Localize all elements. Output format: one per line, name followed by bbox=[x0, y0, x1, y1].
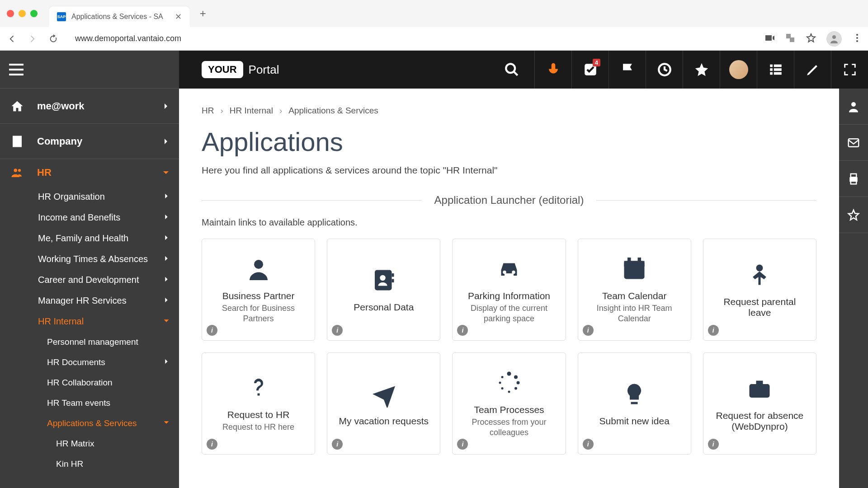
pencil-icon bbox=[805, 62, 821, 77]
breadcrumb-item[interactable]: HR bbox=[202, 106, 214, 116]
right-sidebar bbox=[839, 89, 868, 488]
menu-dots-icon[interactable] bbox=[852, 33, 863, 45]
chevron-down-icon bbox=[163, 316, 170, 327]
sidebar-item-hr-matrix[interactable]: HR Matrix bbox=[0, 433, 179, 454]
fullscreen-button[interactable] bbox=[831, 51, 868, 89]
profile-avatar-icon[interactable] bbox=[826, 31, 842, 47]
info-icon[interactable]: i bbox=[708, 439, 719, 450]
microphone-icon bbox=[546, 62, 561, 77]
bookmark-button[interactable] bbox=[839, 197, 868, 233]
tasks-button[interactable]: 4 bbox=[571, 51, 609, 89]
svg-point-29 bbox=[514, 375, 518, 379]
calendar-icon bbox=[621, 255, 648, 284]
section-description: Maintain links to available applications… bbox=[202, 217, 816, 228]
bookmark-star-icon[interactable] bbox=[806, 33, 816, 45]
app-card-personal-data[interactable]: Personal Data i bbox=[327, 239, 440, 341]
new-tab-button[interactable]: + bbox=[200, 7, 206, 20]
close-window-button[interactable] bbox=[7, 10, 14, 17]
sidebar-item-career-development[interactable]: Career and Development bbox=[0, 269, 179, 290]
info-icon[interactable]: i bbox=[207, 325, 217, 336]
back-button[interactable] bbox=[5, 33, 18, 45]
info-icon[interactable]: i bbox=[207, 439, 217, 450]
search-button[interactable] bbox=[489, 51, 534, 89]
list-view-button[interactable] bbox=[757, 51, 794, 89]
sidebar-item-company[interactable]: Company bbox=[0, 124, 179, 159]
info-icon[interactable]: i bbox=[583, 439, 594, 450]
sidebar-item-kin-hr[interactable]: Kin HR bbox=[0, 454, 179, 474]
home-icon bbox=[9, 99, 25, 113]
app-card-request-parental-leave[interactable]: Request parental leave i bbox=[703, 239, 816, 341]
sidebar-item-hr-documents[interactable]: HR Documents bbox=[0, 352, 179, 372]
person-icon bbox=[245, 255, 272, 284]
app-card-business-partner[interactable]: Business Partner Search for Business Par… bbox=[202, 239, 315, 341]
chevron-down-icon bbox=[162, 169, 170, 177]
maximize-window-button[interactable] bbox=[30, 10, 38, 17]
sidebar-item-me-at-work[interactable]: me@work bbox=[0, 89, 179, 124]
svg-point-20 bbox=[380, 275, 386, 281]
browser-tab[interactable]: SAP Applications & Services - SA ✕ bbox=[49, 6, 190, 27]
url-input[interactable]: www.demoportal.vantaio.com bbox=[71, 34, 764, 43]
sidebar-item-applications-services[interactable]: Applications & Services bbox=[0, 413, 179, 433]
sidebar-item-hr-team-events[interactable]: HR Team events bbox=[0, 393, 179, 413]
camera-icon[interactable] bbox=[764, 33, 775, 45]
sidebar-item-income-benefits[interactable]: Income and Benefits bbox=[0, 207, 179, 228]
sidebar-item-label: Company bbox=[37, 136, 162, 147]
app-card-my-vacation-requests[interactable]: My vacation requests i bbox=[327, 352, 440, 455]
sidebar-item-me-family-health[interactable]: Me, Family and Health bbox=[0, 228, 179, 249]
app-card-request-for-absence[interactable]: Request for absence (WebDynpro) i bbox=[703, 352, 816, 455]
page-title: Applications bbox=[202, 127, 816, 157]
info-icon[interactable]: i bbox=[332, 439, 343, 450]
window-controls bbox=[0, 10, 44, 17]
star-icon bbox=[694, 62, 709, 77]
edit-button[interactable] bbox=[794, 51, 831, 89]
user-avatar-button[interactable] bbox=[720, 51, 757, 89]
chevron-right-icon bbox=[162, 102, 170, 110]
breadcrumb-item[interactable]: HR Internal bbox=[230, 106, 273, 116]
minimize-window-button[interactable] bbox=[19, 10, 26, 17]
clock-button[interactable] bbox=[646, 51, 683, 89]
user-button[interactable] bbox=[839, 89, 868, 125]
svg-point-4 bbox=[14, 169, 18, 172]
logo[interactable]: YOUR Portal bbox=[179, 61, 302, 78]
sidebar-item-hr-organisation[interactable]: HR Organisation bbox=[0, 186, 179, 207]
svg-rect-38 bbox=[849, 139, 859, 147]
star-outline-icon bbox=[847, 208, 860, 222]
sidebar-item-hr-internal[interactable]: HR Internal bbox=[0, 311, 179, 332]
breadcrumb-item: Applications & Services bbox=[288, 106, 378, 116]
voice-button[interactable] bbox=[534, 51, 571, 89]
sidebar-item-manager-hr[interactable]: Manager HR Services bbox=[0, 290, 179, 311]
info-icon[interactable]: i bbox=[708, 325, 719, 336]
svg-point-27 bbox=[756, 265, 763, 272]
sidebar-item-personnel-management[interactable]: Personnel management bbox=[0, 332, 179, 352]
app-card-request-to-hr[interactable]: Request to HR Request to HR here i bbox=[202, 352, 315, 455]
app-card-parking-information[interactable]: Parking Information Display of the curre… bbox=[452, 239, 566, 341]
sidebar-item-working-times[interactable]: Working Times & Absences bbox=[0, 249, 179, 269]
close-tab-icon[interactable]: ✕ bbox=[175, 12, 182, 22]
browser-toolbar: www.demoportal.vantaio.com bbox=[0, 27, 868, 51]
mail-button[interactable] bbox=[839, 125, 868, 161]
svg-point-37 bbox=[851, 102, 856, 107]
flag-button[interactable] bbox=[609, 51, 646, 89]
info-icon[interactable]: i bbox=[457, 325, 468, 336]
chevron-down-icon bbox=[163, 418, 170, 428]
app-card-submit-new-idea[interactable]: Submit new idea i bbox=[578, 352, 691, 455]
forward-button[interactable] bbox=[26, 33, 39, 45]
info-icon[interactable]: i bbox=[332, 325, 343, 336]
hamburger-menu-icon[interactable] bbox=[9, 64, 24, 75]
chevron-right-icon bbox=[163, 275, 170, 285]
svg-rect-13 bbox=[774, 68, 781, 71]
reload-button[interactable] bbox=[47, 33, 60, 45]
translate-icon[interactable] bbox=[785, 33, 796, 45]
favorites-button[interactable] bbox=[683, 51, 720, 89]
print-button[interactable] bbox=[839, 161, 868, 197]
svg-rect-36 bbox=[750, 384, 770, 398]
chevron-right-icon bbox=[162, 137, 170, 145]
svg-point-2 bbox=[856, 37, 858, 39]
sidebar-item-hr[interactable]: HR bbox=[0, 159, 179, 186]
app-card-team-calendar[interactable]: Team Calendar Insight into HR Team Calen… bbox=[578, 239, 691, 341]
app-card-team-processes[interactable]: Team Processes Processes from your colle… bbox=[452, 352, 566, 455]
info-icon[interactable]: i bbox=[583, 325, 594, 336]
sidebar-item-hr-collaboration[interactable]: HR Collaboration bbox=[0, 372, 179, 393]
printer-icon bbox=[847, 172, 860, 186]
info-icon[interactable]: i bbox=[457, 439, 468, 450]
